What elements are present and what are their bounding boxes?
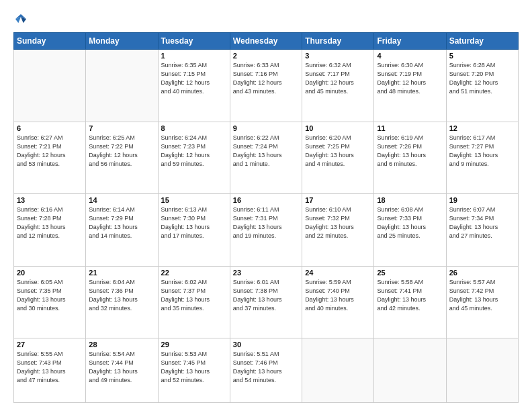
calendar-cell: 30Sunrise: 5:51 AM Sunset: 7:46 PM Dayli… [230, 338, 302, 403]
calendar-cell: 15Sunrise: 6:13 AM Sunset: 7:30 PM Dayli… [158, 194, 230, 267]
calendar-cell: 20Sunrise: 6:05 AM Sunset: 7:35 PM Dayli… [14, 266, 86, 338]
day-info: Sunrise: 6:01 AM Sunset: 7:38 PM Dayligh… [233, 278, 299, 313]
day-number: 28 [89, 340, 154, 349]
calendar-cell: 10Sunrise: 6:20 AM Sunset: 7:25 PM Dayli… [302, 122, 374, 194]
day-info: Sunrise: 6:27 AM Sunset: 7:21 PM Dayligh… [17, 134, 83, 169]
day-info: Sunrise: 6:04 AM Sunset: 7:36 PM Dayligh… [89, 278, 154, 313]
day-info: Sunrise: 6:30 AM Sunset: 7:19 PM Dayligh… [377, 61, 443, 96]
day-info: Sunrise: 6:07 AM Sunset: 7:34 PM Dayligh… [449, 205, 515, 240]
calendar-cell: 23Sunrise: 6:01 AM Sunset: 7:38 PM Dayli… [230, 266, 302, 338]
day-info: Sunrise: 6:35 AM Sunset: 7:15 PM Dayligh… [161, 61, 227, 96]
day-number: 1 [161, 52, 227, 60]
day-info: Sunrise: 6:22 AM Sunset: 7:24 PM Dayligh… [233, 134, 299, 169]
day-number: 30 [233, 340, 299, 349]
day-info: Sunrise: 6:25 AM Sunset: 7:22 PM Dayligh… [89, 134, 154, 169]
calendar-week-row: 27Sunrise: 5:55 AM Sunset: 7:43 PM Dayli… [14, 338, 519, 403]
day-info: Sunrise: 6:16 AM Sunset: 7:28 PM Dayligh… [17, 205, 83, 240]
calendar-cell: 22Sunrise: 6:02 AM Sunset: 7:37 PM Dayli… [158, 266, 230, 338]
calendar-cell [446, 338, 518, 403]
calendar-table: SundayMondayTuesdayWednesdayThursdayFrid… [13, 32, 519, 403]
calendar-cell: 29Sunrise: 5:53 AM Sunset: 7:45 PM Dayli… [158, 338, 230, 403]
day-info: Sunrise: 5:54 AM Sunset: 7:44 PM Dayligh… [89, 350, 154, 385]
calendar-cell: 24Sunrise: 5:59 AM Sunset: 7:40 PM Dayli… [302, 266, 374, 338]
day-number: 5 [449, 52, 515, 60]
calendar-cell: 14Sunrise: 6:14 AM Sunset: 7:29 PM Dayli… [86, 194, 158, 267]
day-number: 8 [161, 124, 227, 132]
day-info: Sunrise: 5:53 AM Sunset: 7:45 PM Dayligh… [161, 350, 227, 385]
calendar-cell: 2Sunrise: 6:33 AM Sunset: 7:16 PM Daylig… [230, 50, 302, 122]
calendar-cell: 16Sunrise: 6:11 AM Sunset: 7:31 PM Dayli… [230, 194, 302, 267]
calendar-cell: 27Sunrise: 5:55 AM Sunset: 7:43 PM Dayli… [14, 338, 86, 403]
day-number: 4 [377, 52, 443, 60]
day-info: Sunrise: 6:02 AM Sunset: 7:37 PM Dayligh… [161, 278, 227, 313]
calendar-cell: 21Sunrise: 6:04 AM Sunset: 7:36 PM Dayli… [86, 266, 158, 338]
day-number: 23 [233, 269, 299, 277]
day-number: 27 [17, 340, 83, 349]
day-info: Sunrise: 6:28 AM Sunset: 7:20 PM Dayligh… [449, 61, 515, 96]
calendar-cell: 1Sunrise: 6:35 AM Sunset: 7:15 PM Daylig… [158, 50, 230, 122]
calendar-cell: 13Sunrise: 6:16 AM Sunset: 7:28 PM Dayli… [14, 194, 86, 267]
day-number: 3 [305, 52, 371, 60]
day-number: 22 [161, 269, 227, 277]
day-number: 18 [377, 196, 443, 204]
day-number: 10 [305, 124, 371, 132]
calendar-cell: 12Sunrise: 6:17 AM Sunset: 7:27 PM Dayli… [446, 122, 518, 194]
calendar-cell: 11Sunrise: 6:19 AM Sunset: 7:26 PM Dayli… [374, 122, 446, 194]
page: SundayMondayTuesdayWednesdayThursdayFrid… [0, 0, 532, 411]
calendar-week-row: 6Sunrise: 6:27 AM Sunset: 7:21 PM Daylig… [14, 122, 519, 194]
day-number: 29 [161, 340, 227, 349]
col-header-wednesday: Wednesday [230, 33, 302, 50]
logo-icon [13, 12, 28, 27]
day-info: Sunrise: 5:51 AM Sunset: 7:46 PM Dayligh… [233, 350, 299, 385]
day-number: 12 [449, 124, 515, 132]
calendar-cell: 28Sunrise: 5:54 AM Sunset: 7:44 PM Dayli… [86, 338, 158, 403]
logo [13, 12, 31, 27]
day-info: Sunrise: 6:33 AM Sunset: 7:16 PM Dayligh… [233, 61, 299, 96]
day-number: 16 [233, 196, 299, 204]
day-number: 20 [17, 269, 83, 277]
calendar-header-row: SundayMondayTuesdayWednesdayThursdayFrid… [14, 33, 519, 50]
calendar-cell: 4Sunrise: 6:30 AM Sunset: 7:19 PM Daylig… [374, 50, 446, 122]
day-number: 11 [377, 124, 443, 132]
day-info: Sunrise: 6:08 AM Sunset: 7:33 PM Dayligh… [377, 205, 443, 240]
day-info: Sunrise: 5:57 AM Sunset: 7:42 PM Dayligh… [449, 278, 515, 313]
day-info: Sunrise: 5:55 AM Sunset: 7:43 PM Dayligh… [17, 350, 83, 385]
day-number: 15 [161, 196, 227, 204]
calendar-cell: 5Sunrise: 6:28 AM Sunset: 7:20 PM Daylig… [446, 50, 518, 122]
calendar-cell [302, 338, 374, 403]
day-info: Sunrise: 6:13 AM Sunset: 7:30 PM Dayligh… [161, 205, 227, 240]
day-info: Sunrise: 6:24 AM Sunset: 7:23 PM Dayligh… [161, 134, 227, 169]
day-info: Sunrise: 6:05 AM Sunset: 7:35 PM Dayligh… [17, 278, 83, 313]
header [13, 12, 519, 27]
day-number: 13 [17, 196, 83, 204]
day-number: 26 [449, 269, 515, 277]
day-number: 14 [89, 196, 154, 204]
day-info: Sunrise: 5:58 AM Sunset: 7:41 PM Dayligh… [377, 278, 443, 313]
col-header-tuesday: Tuesday [158, 33, 230, 50]
calendar-cell: 8Sunrise: 6:24 AM Sunset: 7:23 PM Daylig… [158, 122, 230, 194]
calendar-cell: 19Sunrise: 6:07 AM Sunset: 7:34 PM Dayli… [446, 194, 518, 267]
svg-marker-0 [15, 14, 26, 19]
day-number: 24 [305, 269, 371, 277]
day-number: 6 [17, 124, 83, 132]
calendar-cell: 3Sunrise: 6:32 AM Sunset: 7:17 PM Daylig… [302, 50, 374, 122]
day-info: Sunrise: 5:59 AM Sunset: 7:40 PM Dayligh… [305, 278, 371, 313]
calendar-cell: 6Sunrise: 6:27 AM Sunset: 7:21 PM Daylig… [14, 122, 86, 194]
calendar-cell [14, 50, 86, 122]
day-info: Sunrise: 6:14 AM Sunset: 7:29 PM Dayligh… [89, 205, 154, 240]
col-header-friday: Friday [374, 33, 446, 50]
calendar-cell: 17Sunrise: 6:10 AM Sunset: 7:32 PM Dayli… [302, 194, 374, 267]
day-number: 21 [89, 269, 154, 277]
calendar-cell: 26Sunrise: 5:57 AM Sunset: 7:42 PM Dayli… [446, 266, 518, 338]
day-info: Sunrise: 6:10 AM Sunset: 7:32 PM Dayligh… [305, 205, 371, 240]
calendar-cell: 9Sunrise: 6:22 AM Sunset: 7:24 PM Daylig… [230, 122, 302, 194]
day-info: Sunrise: 6:19 AM Sunset: 7:26 PM Dayligh… [377, 134, 443, 169]
day-number: 2 [233, 52, 299, 60]
calendar-week-row: 20Sunrise: 6:05 AM Sunset: 7:35 PM Dayli… [14, 266, 519, 338]
day-info: Sunrise: 6:32 AM Sunset: 7:17 PM Dayligh… [305, 61, 371, 96]
day-number: 17 [305, 196, 371, 204]
day-info: Sunrise: 6:17 AM Sunset: 7:27 PM Dayligh… [449, 134, 515, 169]
calendar-cell: 25Sunrise: 5:58 AM Sunset: 7:41 PM Dayli… [374, 266, 446, 338]
calendar-cell: 7Sunrise: 6:25 AM Sunset: 7:22 PM Daylig… [86, 122, 158, 194]
day-info: Sunrise: 6:11 AM Sunset: 7:31 PM Dayligh… [233, 205, 299, 240]
